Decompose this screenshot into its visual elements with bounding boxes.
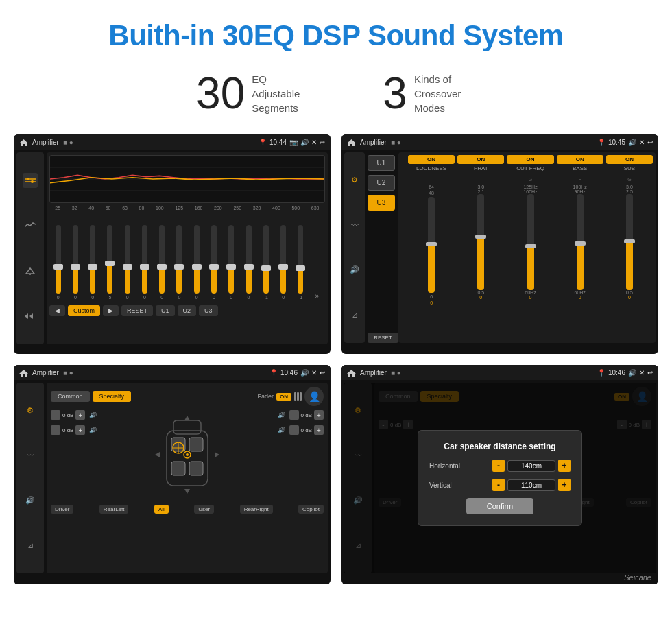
topbar-icons-1: ■ ● [63, 139, 73, 146]
v-sliders-row: 64 48 0 0 3.0 2.1 [401, 184, 653, 340]
sub-col: ON SUB [606, 155, 653, 174]
sub-slider[interactable] [626, 194, 633, 290]
eq-sidebar-icon-3[interactable] [23, 263, 38, 278]
tab-common-btn[interactable]: Common [51, 391, 90, 402]
eq-slider-12[interactable]: -1 [263, 225, 269, 300]
eq-slider-4[interactable]: 0 [125, 225, 130, 300]
scroll-right[interactable]: » [315, 292, 320, 300]
eq-slider-3[interactable]: 5 [107, 225, 112, 300]
cross-icon-2[interactable]: 〰 [351, 221, 359, 229]
dialog-title: Car speaker distance setting [429, 442, 571, 451]
fader-icon-4[interactable]: ⊿ [27, 541, 34, 550]
svg-rect-15 [173, 420, 201, 434]
db-plus-2[interactable]: + [75, 425, 85, 435]
app-name-3: Amplifier [32, 369, 59, 377]
loudness-toggle[interactable]: ON [408, 155, 455, 164]
driver-btn[interactable]: Driver [51, 505, 73, 514]
seicane-watermark: Seicane [624, 573, 651, 582]
u3-cross-btn[interactable]: U3 [368, 195, 395, 211]
eq-slider-9[interactable]: 0 [211, 225, 217, 300]
user-avatar-btn[interactable]: 👤 [304, 387, 324, 406]
rearleft-btn[interactable]: RearLeft [99, 505, 129, 514]
screen-distance: Amplifier ■ ● 📍 10:46 🔊 ✕ ↩ ⚙ 〰 🔊 ⊿ [341, 365, 658, 584]
app-name-4: Amplifier [360, 369, 387, 377]
eq-sidebar-icon-4[interactable] [23, 309, 38, 324]
user-btn[interactable]: User [194, 505, 214, 514]
db-plus-1[interactable]: + [75, 410, 85, 420]
u1-cross-btn[interactable]: U1 [368, 155, 395, 171]
custom-btn[interactable]: Custom [68, 305, 100, 316]
db-plus-4[interactable]: + [314, 425, 324, 435]
sub-toggle[interactable]: ON [606, 155, 653, 164]
reset-cross-btn[interactable]: RESET [368, 333, 398, 343]
eq-slider-13[interactable]: 0 [280, 225, 286, 300]
vertical-plus[interactable]: + [558, 479, 571, 491]
u-buttons-col: U1 U2 U3 RESET [368, 152, 398, 343]
prev-btn[interactable]: ◀ [49, 305, 65, 316]
cutfreq-slider[interactable] [527, 194, 534, 290]
x-icon-3: ✕ [311, 369, 317, 377]
freq-630: 630 [311, 206, 320, 211]
horizontal-ctrl: - 140cm + [492, 460, 571, 472]
tab-specialty-btn[interactable]: Specialty [93, 391, 132, 402]
eq-slider-11[interactable]: 0 [246, 225, 252, 300]
eq-slider-5[interactable]: 0 [142, 225, 147, 300]
u2-btn[interactable]: U2 [178, 305, 197, 316]
play-btn[interactable]: ▶ [103, 305, 119, 316]
svg-rect-19 [189, 462, 203, 475]
fader-icon-2[interactable]: 〰 [27, 451, 34, 460]
eq-sidebar-icon-1[interactable] [23, 173, 38, 188]
horizontal-minus[interactable]: - [492, 460, 505, 472]
horizontal-row: Horizontal - 140cm + [429, 460, 571, 472]
u1-btn[interactable]: U1 [156, 305, 175, 316]
freq-125: 125 [175, 206, 183, 211]
db-plus-3[interactable]: + [314, 410, 324, 420]
cross-icon-4[interactable]: ⊿ [352, 311, 358, 320]
vertical-minus[interactable]: - [492, 479, 505, 491]
fader-icon-3[interactable]: 🔊 [25, 496, 35, 505]
u2-cross-btn[interactable]: U2 [368, 175, 395, 191]
rearright-btn[interactable]: RearRight [240, 505, 273, 514]
eq-sidebar-icon-2[interactable] [23, 218, 38, 233]
horizontal-plus[interactable]: + [558, 460, 571, 472]
bass-slider[interactable] [577, 194, 584, 290]
topbar-right-3: 📍 10:46 🔊 ✕ ↩ [269, 369, 325, 377]
svg-marker-12 [347, 139, 356, 146]
loc-icon-4: 📍 [597, 369, 605, 377]
bass-toggle[interactable]: ON [557, 155, 603, 164]
eq-slider-0[interactable]: 0 [56, 225, 61, 300]
all-btn[interactable]: All [154, 505, 169, 514]
app-name-2: Amplifier [360, 139, 387, 146]
db-minus-1[interactable]: - [51, 410, 60, 420]
eq-slider-6[interactable]: 0 [159, 225, 165, 300]
bar2 [297, 392, 299, 401]
phat-toggle[interactable]: ON [457, 155, 504, 164]
cutfreq-toggle[interactable]: ON [507, 155, 553, 164]
db-minus-2[interactable]: - [51, 425, 60, 435]
reset-btn[interactable]: RESET [121, 305, 153, 316]
time-1: 10:44 [269, 139, 287, 146]
svg-marker-7 [25, 313, 28, 319]
fader-icon-1[interactable]: ⚙ [27, 406, 34, 415]
u3-btn[interactable]: U3 [199, 305, 218, 316]
db-minus-3[interactable]: - [289, 410, 299, 420]
distance-main: ⚙ 〰 🔊 ⊿ Common Specialty ON 👤 [344, 383, 656, 573]
screen-fader: Amplifier ■ ● 📍 10:46 🔊 ✕ ↩ ⚙ 〰 🔊 ⊿ [14, 365, 331, 584]
phat-slider[interactable] [477, 194, 484, 290]
eq-slider-10[interactable]: 0 [228, 225, 234, 300]
loudness-slider[interactable] [428, 197, 435, 293]
eq-slider-8[interactable]: 0 [194, 225, 200, 300]
eq-slider-1[interactable]: 0 [73, 225, 78, 300]
confirm-button[interactable]: Confirm [466, 498, 534, 514]
cross-icon-1[interactable]: ⚙ [351, 176, 358, 184]
vol-icon-3: 🔊 [300, 369, 309, 377]
eq-slider-7[interactable]: 0 [176, 225, 182, 300]
topbar-2: Amplifier ■ ● 📍 10:45 🔊 ✕ ↩ [341, 134, 658, 150]
copilot-btn[interactable]: Copilot [298, 505, 324, 514]
eq-slider-2[interactable]: 0 [90, 225, 95, 300]
db-val-4: 0 dB [301, 427, 312, 433]
cross-icon-3[interactable]: 🔊 [350, 265, 359, 274]
db-minus-4[interactable]: - [289, 425, 299, 435]
freq-500: 500 [291, 206, 300, 211]
eq-slider-14[interactable]: -1 [298, 225, 303, 300]
